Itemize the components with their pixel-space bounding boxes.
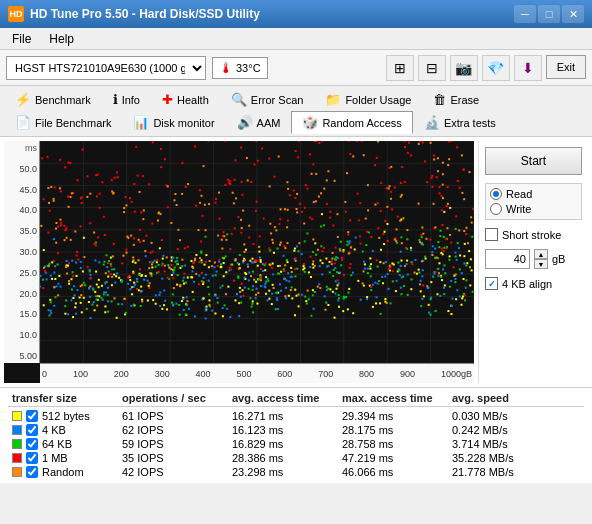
- tab-aam-label: AAM: [257, 117, 281, 129]
- toolbar-btn-2[interactable]: ⊟: [418, 55, 446, 81]
- aam-icon: 🔊: [237, 115, 253, 130]
- row-64kb-name: 64 KB: [42, 438, 72, 450]
- disk-selector[interactable]: HGST HTS721010A9E630 (1000 gB): [6, 56, 206, 80]
- row-512-color: [12, 411, 22, 421]
- tab-file-benchmark-label: File Benchmark: [35, 117, 111, 129]
- tab-health[interactable]: ✚ Health: [151, 88, 220, 111]
- x-val-3: 300: [155, 369, 170, 379]
- menu-help[interactable]: Help: [41, 30, 82, 48]
- tab-extra-tests[interactable]: 🔬 Extra tests: [413, 111, 507, 134]
- write-label: Write: [506, 203, 531, 215]
- stroke-spinbox-row: ▲ ▼ gB: [485, 249, 582, 269]
- x-val-1: 100: [73, 369, 88, 379]
- spin-down-button[interactable]: ▼: [534, 259, 548, 269]
- extra-tests-icon: 🔬: [424, 115, 440, 130]
- x-val-8: 800: [359, 369, 374, 379]
- nav-tabs: ⚡ Benchmark ℹ Info ✚ Health 🔍 Error Scan…: [0, 86, 592, 137]
- row-64kb-checkbox[interactable]: [26, 438, 38, 450]
- disk-monitor-icon: 📊: [133, 115, 149, 130]
- short-stroke-checkbox[interactable]: Short stroke: [485, 228, 582, 241]
- row-4kb-name: 4 KB: [42, 424, 66, 436]
- y-val-8: 10.0: [6, 330, 37, 340]
- row-random-ops: 42 IOPS: [118, 466, 228, 478]
- col-avg-speed: avg. speed: [448, 392, 558, 404]
- spinbox-buttons: ▲ ▼: [534, 249, 548, 269]
- row-1mb-checkbox[interactable]: [26, 452, 38, 464]
- toolbar-btn-5[interactable]: ⬇: [514, 55, 542, 81]
- tab-random-access[interactable]: 🎲 Random Access: [291, 111, 412, 134]
- temperature-icon: 🌡: [219, 60, 233, 76]
- tab-file-benchmark[interactable]: 📄 File Benchmark: [4, 111, 122, 134]
- y-val-4: 30.0: [6, 247, 37, 257]
- row-64kb-color: [12, 439, 22, 449]
- tab-disk-monitor[interactable]: 📊 Disk monitor: [122, 111, 225, 134]
- row-4kb-label: 4 KB: [8, 424, 118, 436]
- maximize-button[interactable]: □: [538, 5, 560, 23]
- tab-info-label: Info: [122, 94, 140, 106]
- row-64kb-ops: 59 IOPS: [118, 438, 228, 450]
- y-val-9: 5.00: [6, 351, 37, 361]
- menu-file[interactable]: File: [4, 30, 39, 48]
- health-icon: ✚: [162, 92, 173, 107]
- temperature-badge: 🌡 33°C: [212, 57, 268, 79]
- app-icon: HD: [8, 6, 24, 22]
- file-benchmark-icon: 📄: [15, 115, 31, 130]
- spin-up-button[interactable]: ▲: [534, 249, 548, 259]
- toolbar-btn-4[interactable]: 💎: [482, 55, 510, 81]
- chart-container: ms 50.0 45.0 40.0 35.0 30.0 25.0 20.0 15…: [4, 141, 474, 383]
- col-transfer-size: transfer size: [8, 392, 118, 404]
- read-radio[interactable]: Read: [490, 188, 577, 200]
- close-button[interactable]: ✕: [562, 5, 584, 23]
- start-button[interactable]: Start: [485, 147, 582, 175]
- row-4kb-checkbox[interactable]: [26, 424, 38, 436]
- kb-align-checkbox[interactable]: ✓ 4 KB align: [485, 277, 582, 290]
- y-val-1: 45.0: [6, 185, 37, 195]
- minimize-button[interactable]: ─: [514, 5, 536, 23]
- table-row: 64 KB 59 IOPS 16.829 ms 28.758 ms 3.714 …: [8, 437, 584, 451]
- tab-aam[interactable]: 🔊 AAM: [226, 111, 292, 134]
- x-val-10: 1000gB: [441, 369, 472, 379]
- row-512-checkbox[interactable]: [26, 410, 38, 422]
- menu-bar: File Help: [0, 28, 592, 50]
- row-512-speed: 0.030 MB/s: [448, 410, 558, 422]
- x-val-7: 700: [318, 369, 333, 379]
- tab-folder-usage[interactable]: 📁 Folder Usage: [314, 88, 422, 111]
- toolbar-icons: ⊞ ⊟ 📷 💎 ⬇ Exit: [386, 55, 586, 81]
- row-1mb-color: [12, 453, 22, 463]
- y-val-6: 20.0: [6, 289, 37, 299]
- tab-health-label: Health: [177, 94, 209, 106]
- kb-align-box: ✓: [485, 277, 498, 290]
- tab-erase-label: Erase: [450, 94, 479, 106]
- col-ops: operations / sec: [118, 392, 228, 404]
- table-row: Random 42 IOPS 23.298 ms 46.066 ms 21.77…: [8, 465, 584, 479]
- row-1mb-avg: 28.386 ms: [228, 452, 338, 464]
- toolbar-btn-1[interactable]: ⊞: [386, 55, 414, 81]
- x-val-9: 900: [400, 369, 415, 379]
- table-header: transfer size operations / sec avg. acce…: [8, 392, 584, 407]
- row-random-checkbox[interactable]: [26, 466, 38, 478]
- row-random-color: [12, 467, 22, 477]
- table-row: 512 bytes 61 IOPS 16.271 ms 29.394 ms 0.…: [8, 409, 584, 423]
- tab-error-scan[interactable]: 🔍 Error Scan: [220, 88, 315, 111]
- tab-info[interactable]: ℹ Info: [102, 88, 151, 111]
- read-radio-dot: [490, 188, 502, 200]
- tab-disk-monitor-label: Disk monitor: [153, 117, 214, 129]
- window-controls: ─ □ ✕: [514, 5, 584, 23]
- row-random-label: Random: [8, 466, 118, 478]
- folder-usage-icon: 📁: [325, 92, 341, 107]
- exit-button[interactable]: Exit: [546, 55, 586, 79]
- stroke-spinbox[interactable]: [485, 249, 530, 269]
- x-val-5: 500: [236, 369, 251, 379]
- error-scan-icon: 🔍: [231, 92, 247, 107]
- row-1mb-name: 1 MB: [42, 452, 68, 464]
- tab-erase[interactable]: 🗑 Erase: [422, 88, 490, 111]
- write-radio[interactable]: Write: [490, 203, 577, 215]
- row-64kb-avg: 16.829 ms: [228, 438, 338, 450]
- row-random-max: 46.066 ms: [338, 466, 448, 478]
- tab-folder-usage-label: Folder Usage: [345, 94, 411, 106]
- tab-benchmark[interactable]: ⚡ Benchmark: [4, 88, 102, 111]
- toolbar-btn-3[interactable]: 📷: [450, 55, 478, 81]
- row-1mb-max: 47.219 ms: [338, 452, 448, 464]
- short-stroke-label: Short stroke: [502, 229, 561, 241]
- row-512-max: 29.394 ms: [338, 410, 448, 422]
